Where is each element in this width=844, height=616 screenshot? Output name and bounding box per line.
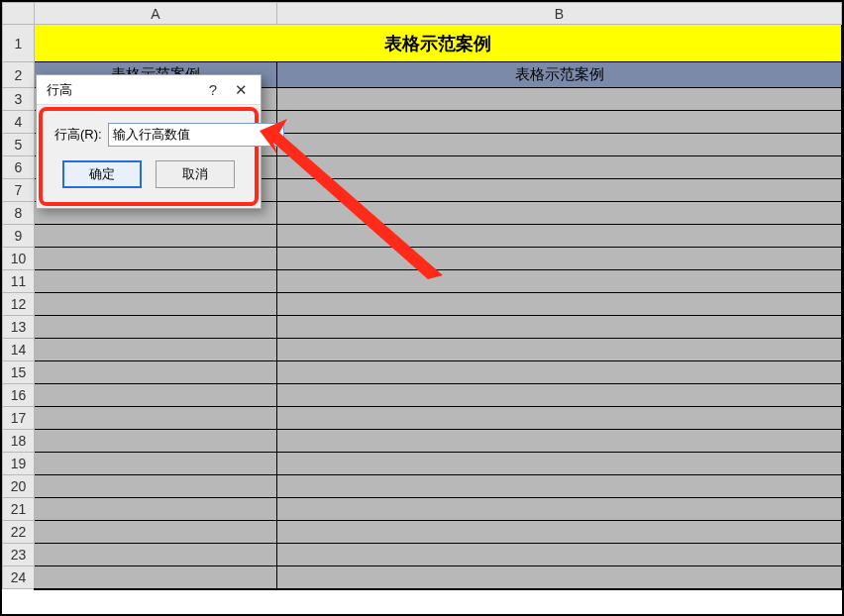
- cell-B7[interactable]: [277, 179, 842, 202]
- row-header-2[interactable]: 2: [3, 62, 35, 88]
- row-header-22[interactable]: 22: [3, 521, 35, 544]
- table-row: 12: [3, 293, 842, 316]
- table-row: 24: [3, 566, 842, 589]
- row-header-13[interactable]: 13: [3, 316, 35, 339]
- dialog-body: 行高(R): 确定 取消: [39, 107, 259, 206]
- row-header-12[interactable]: 12: [3, 293, 35, 316]
- cell-A24[interactable]: [35, 566, 277, 589]
- row-header-3[interactable]: 3: [3, 88, 35, 111]
- cell-B3[interactable]: [277, 88, 842, 111]
- row-height-label: 行高(R):: [54, 126, 102, 144]
- table-row: 11: [3, 270, 842, 293]
- row-height-field: 行高(R):: [54, 123, 243, 147]
- cell-B10[interactable]: [277, 248, 842, 270]
- cell-A20[interactable]: [35, 475, 277, 498]
- dialog-button-row: 确定 取消: [54, 160, 243, 188]
- cell-B12[interactable]: [277, 293, 842, 316]
- row-header-15[interactable]: 15: [3, 361, 35, 384]
- cell-B15[interactable]: [277, 361, 842, 384]
- cell-B22[interactable]: [277, 521, 842, 544]
- cell-B19[interactable]: [277, 453, 842, 475]
- cell-B6[interactable]: [277, 156, 842, 179]
- cell-B8[interactable]: [277, 202, 842, 225]
- cell-B23[interactable]: [277, 544, 842, 566]
- cell-A15[interactable]: [35, 361, 277, 384]
- cell-A11[interactable]: [35, 270, 277, 293]
- help-icon[interactable]: ?: [199, 79, 227, 101]
- cell-B20[interactable]: [277, 475, 842, 498]
- row-header-8[interactable]: 8: [3, 202, 35, 225]
- row-header-7[interactable]: 7: [3, 179, 35, 202]
- cell-B16[interactable]: [277, 384, 842, 407]
- cell-B17[interactable]: [277, 407, 842, 430]
- row-header-20[interactable]: 20: [3, 475, 35, 498]
- row-header-5[interactable]: 5: [3, 134, 35, 156]
- table-row: 14: [3, 339, 842, 361]
- select-all-corner[interactable]: [3, 3, 35, 25]
- cell-B24[interactable]: [277, 566, 842, 589]
- row-header-18[interactable]: 18: [3, 430, 35, 453]
- cell-A12[interactable]: [35, 293, 277, 316]
- table-row: 20: [3, 475, 842, 498]
- row-header-11[interactable]: 11: [3, 270, 35, 293]
- row-header-4[interactable]: 4: [3, 111, 35, 134]
- cell-A22[interactable]: [35, 521, 277, 544]
- row-height-input[interactable]: [108, 123, 284, 147]
- row-header-9[interactable]: 9: [3, 225, 35, 248]
- cell-B13[interactable]: [277, 316, 842, 339]
- table-row: 10: [3, 248, 842, 270]
- table-row: 22: [3, 521, 842, 544]
- table-row: 21: [3, 498, 842, 521]
- column-header-row: A B: [3, 3, 842, 25]
- row-header-23[interactable]: 23: [3, 544, 35, 566]
- row-header-17[interactable]: 17: [3, 407, 35, 430]
- ok-button[interactable]: 确定: [62, 160, 142, 188]
- cell-A10[interactable]: [35, 248, 277, 270]
- table-row: 13: [3, 316, 842, 339]
- cell-B2[interactable]: 表格示范案例: [277, 62, 842, 88]
- table-row: 23: [3, 544, 842, 566]
- table-row: 19: [3, 453, 842, 475]
- cell-A16[interactable]: [35, 384, 277, 407]
- cell-B5[interactable]: [277, 134, 842, 156]
- cell-A18[interactable]: [35, 430, 277, 453]
- row-header-1[interactable]: 1: [3, 25, 35, 62]
- table-row: 15: [3, 361, 842, 384]
- cell-B21[interactable]: [277, 498, 842, 521]
- cell-A21[interactable]: [35, 498, 277, 521]
- column-header-B[interactable]: B: [277, 3, 842, 25]
- cell-B11[interactable]: [277, 270, 842, 293]
- row-header-10[interactable]: 10: [3, 248, 35, 270]
- row-height-dialog: 行高 ? ✕ 行高(R): 确定 取消: [36, 74, 262, 209]
- table-row: 18: [3, 430, 842, 453]
- dialog-title-text: 行高: [47, 81, 199, 99]
- column-header-A[interactable]: A: [35, 3, 277, 25]
- cell-B14[interactable]: [277, 339, 842, 361]
- cell-B9[interactable]: [277, 225, 842, 248]
- table-row: 9: [3, 225, 842, 248]
- table-row: 16: [3, 384, 842, 407]
- row-header-24[interactable]: 24: [3, 566, 35, 589]
- cell-B4[interactable]: [277, 111, 842, 134]
- cell-B18[interactable]: [277, 430, 842, 453]
- cell-A17[interactable]: [35, 407, 277, 430]
- row-header-14[interactable]: 14: [3, 339, 35, 361]
- cell-A13[interactable]: [35, 316, 277, 339]
- cancel-button[interactable]: 取消: [156, 160, 235, 188]
- row-header-21[interactable]: 21: [3, 498, 35, 521]
- cell-A14[interactable]: [35, 339, 277, 361]
- cell-A9[interactable]: [35, 225, 277, 248]
- dialog-titlebar[interactable]: 行高 ? ✕: [37, 75, 261, 105]
- close-icon[interactable]: ✕: [227, 79, 255, 101]
- cell-A23[interactable]: [35, 544, 277, 566]
- merged-title-cell[interactable]: 表格示范案例: [35, 25, 842, 62]
- row-header-16[interactable]: 16: [3, 384, 35, 407]
- row-header-6[interactable]: 6: [3, 156, 35, 179]
- table-row: 1表格示范案例: [3, 25, 842, 62]
- table-row: 17: [3, 407, 842, 430]
- cell-A19[interactable]: [35, 453, 277, 475]
- row-header-19[interactable]: 19: [3, 453, 35, 475]
